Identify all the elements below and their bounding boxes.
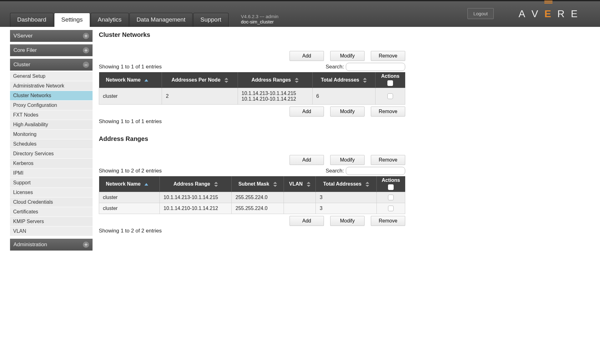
- add-button[interactable]: Add: [290, 51, 324, 61]
- row-checkbox[interactable]: [388, 195, 394, 200]
- cell-vlan: [284, 203, 316, 214]
- tab-settings[interactable]: Settings: [54, 13, 90, 27]
- add-button[interactable]: Add: [290, 216, 324, 226]
- cell-addr-ranges: 10.1.14.213-10.1.14.215 10.1.14.210-10.1…: [238, 88, 312, 105]
- col-network-name[interactable]: Network Name: [99, 72, 162, 88]
- sort-both-icon: [214, 182, 218, 187]
- table-row[interactable]: cluster 10.1.14.210-10.1.14.212 255.255.…: [99, 203, 405, 214]
- sidebar-item-vlan[interactable]: VLAN: [10, 227, 93, 236]
- remove-button[interactable]: Remove: [371, 51, 405, 61]
- select-all-checkbox[interactable]: [388, 184, 394, 190]
- minus-circle-icon: –: [83, 62, 89, 68]
- col-label: Address Range: [174, 181, 210, 187]
- sort-asc-icon: [144, 79, 148, 82]
- sidebar-item-monitoring[interactable]: Monitoring: [10, 130, 93, 139]
- row-checkbox[interactable]: [388, 206, 394, 211]
- section-title-cluster-networks: Cluster Networks: [99, 31, 405, 38]
- col-label: Addresses Per Node: [172, 77, 221, 82]
- ranges-toolbar-bottom: Add Modify Remove: [99, 216, 405, 226]
- main-tabs: Dashboard Settings Analytics Data Manage…: [10, 13, 229, 27]
- sort-both-icon: [273, 182, 277, 187]
- sidebar-item-proxy-configuration[interactable]: Proxy Configuration: [10, 101, 93, 110]
- sidebar-item-certificates[interactable]: Certificates: [10, 207, 93, 217]
- networks-table: Network Name Addresses Per Node Address …: [99, 72, 405, 105]
- version-block: V4.6.2.3 --- admin doc-sim_cluster: [241, 14, 279, 27]
- col-addresses-per-node[interactable]: Addresses Per Node: [162, 72, 238, 88]
- ranges-toolbar-top: Add Modify Remove: [99, 155, 405, 165]
- col-actions: Actions: [376, 72, 405, 88]
- cluster-name: doc-sim_cluster: [241, 19, 279, 24]
- sidebar-section-label: VServer: [13, 33, 33, 39]
- sidebar-item-directory-services[interactable]: Directory Services: [10, 149, 93, 159]
- sidebar-item-general-setup[interactable]: General Setup: [10, 72, 93, 81]
- table-row[interactable]: cluster 10.1.14.213-10.1.14.215 255.255.…: [99, 192, 405, 203]
- cell-network-name: cluster: [99, 203, 160, 214]
- sidebar-section-administration[interactable]: Administration +: [10, 239, 93, 251]
- brand-logo: AVERE: [519, 8, 581, 20]
- networks-toolbar-bottom: Add Modify Remove: [99, 107, 405, 117]
- col-label: Network Name: [106, 77, 141, 82]
- search-label: Search:: [325, 167, 405, 175]
- search-label: Search:: [325, 63, 405, 71]
- logout-button[interactable]: Logout: [467, 8, 494, 19]
- tab-analytics[interactable]: Analytics: [91, 13, 129, 27]
- col-label: Address Ranges: [251, 77, 291, 82]
- modify-button[interactable]: Modify: [330, 216, 365, 226]
- sort-both-icon: [366, 182, 369, 187]
- plus-circle-icon: +: [83, 47, 89, 53]
- sidebar-section-cluster[interactable]: Cluster –: [10, 59, 93, 71]
- sidebar-section-vserver[interactable]: VServer +: [10, 30, 93, 42]
- sidebar-item-kmip-servers[interactable]: KMIP Servers: [10, 217, 93, 227]
- sidebar-item-high-availability[interactable]: High Availability: [10, 120, 93, 130]
- sidebar-item-ipmi[interactable]: IPMI: [10, 168, 93, 178]
- networks-search-input[interactable]: [346, 63, 405, 71]
- col-total-addresses[interactable]: Total Addresses: [316, 176, 376, 192]
- modify-button[interactable]: Modify: [330, 107, 365, 117]
- cell-total: 3: [316, 192, 376, 203]
- sidebar-section-label: Cluster: [13, 62, 30, 68]
- row-checkbox[interactable]: [387, 93, 393, 99]
- networks-toolbar-top: Add Modify Remove: [99, 51, 405, 61]
- select-all-checkbox[interactable]: [387, 80, 393, 86]
- cell-network-name: cluster: [99, 88, 162, 105]
- sidebar-item-cloud-credentials[interactable]: Cloud Credentials: [10, 197, 93, 207]
- modify-button[interactable]: Modify: [330, 51, 365, 61]
- sort-both-icon: [295, 78, 299, 83]
- tab-data-management[interactable]: Data Management: [129, 13, 193, 27]
- col-network-name[interactable]: Network Name: [99, 176, 160, 192]
- col-total-addresses[interactable]: Total Addresses: [312, 72, 376, 88]
- tab-support[interactable]: Support: [193, 13, 229, 27]
- sidebar-item-cluster-networks[interactable]: Cluster Networks: [10, 91, 93, 101]
- tab-dashboard[interactable]: Dashboard: [10, 13, 53, 27]
- sidebar-section-core-filer[interactable]: Core Filer +: [10, 44, 93, 56]
- entries-info: Showing 1 to 2 of 2 entries: [99, 168, 162, 174]
- col-vlan[interactable]: VLAN: [284, 176, 316, 192]
- remove-button[interactable]: Remove: [371, 216, 405, 226]
- cell-network-name: cluster: [99, 192, 160, 203]
- add-button[interactable]: Add: [290, 155, 324, 165]
- col-label: Total Addresses: [321, 77, 359, 82]
- col-label: Subnet Mask: [238, 181, 269, 187]
- sidebar-item-fxt-nodes[interactable]: FXT Nodes: [10, 110, 93, 120]
- cell-line: 10.1.14.213-10.1.14.215: [242, 91, 309, 96]
- remove-button[interactable]: Remove: [371, 107, 405, 117]
- sort-both-icon: [224, 78, 228, 83]
- sidebar-item-licenses[interactable]: Licenses: [10, 188, 93, 197]
- modify-button[interactable]: Modify: [330, 155, 365, 165]
- sidebar-item-schedules[interactable]: Schedules: [10, 139, 93, 149]
- sidebar-item-administrative-network[interactable]: Administrative Network: [10, 81, 93, 91]
- sidebar-item-support[interactable]: Support: [10, 178, 93, 188]
- col-actions: Actions: [376, 176, 405, 192]
- cell-mask: 255.255.224.0: [232, 203, 284, 214]
- table-row[interactable]: cluster 2 10.1.14.213-10.1.14.215 10.1.1…: [99, 88, 405, 105]
- sidebar-section-label: Administration: [13, 242, 47, 248]
- sidebar-item-kerberos[interactable]: Kerberos: [10, 159, 93, 168]
- remove-button[interactable]: Remove: [371, 155, 405, 165]
- section-title-address-ranges: Address Ranges: [99, 135, 405, 142]
- col-address-ranges[interactable]: Address Ranges: [238, 72, 312, 88]
- ranges-search-input[interactable]: [346, 167, 405, 175]
- col-subnet-mask[interactable]: Subnet Mask: [232, 176, 284, 192]
- col-address-range[interactable]: Address Range: [160, 176, 232, 192]
- add-button[interactable]: Add: [290, 107, 324, 117]
- cell-vlan: [284, 192, 316, 203]
